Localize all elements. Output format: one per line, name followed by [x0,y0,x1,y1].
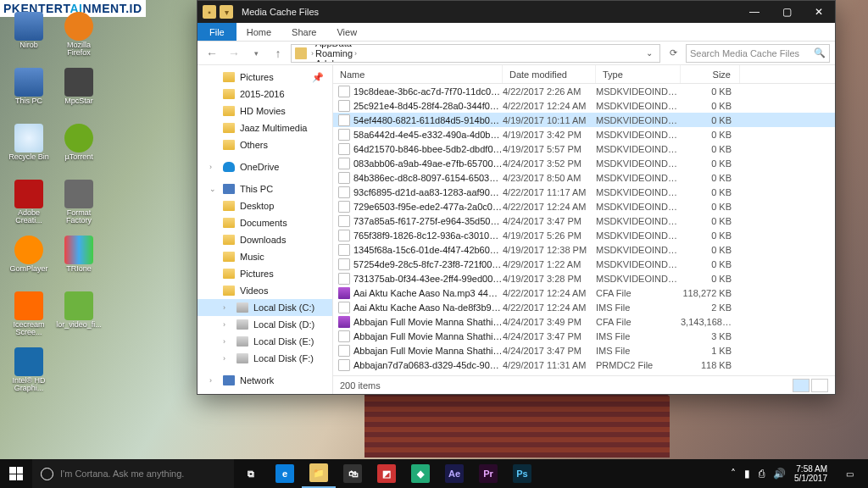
breadcrumb[interactable]: Roaming › [315,48,397,58]
nav-item[interactable]: ›Local Disk (D:) [198,316,332,333]
file-row[interactable]: 083abb06-a9ab-49ae-e7fb-657000000024... … [333,156,835,170]
quick-access-item[interactable]: Others [198,136,332,153]
nav-item[interactable]: Desktop [198,197,332,214]
file-row[interactable]: 731375ab-0f34-43ee-2ff4-99ed00000024... … [333,271,835,286]
quick-access-item[interactable]: Pictures📌 [198,69,332,86]
file-row[interactable]: Abbajan7d7a0683-d329-45dc-9047-7d3a... 4… [333,358,835,372]
address-bar[interactable]: › Users › Nirob › AppData › Roaming › Ad… [291,44,660,63]
file-row[interactable]: 1345f68a-15c6-01de-4f47-42b600000024... … [333,242,835,257]
network-item[interactable]: ›Network [198,372,332,389]
file-row[interactable]: 93cf6895-d21d-aa83-1283-aaf900000024... … [333,185,835,199]
home-tab[interactable]: Home [236,23,281,41]
view-details-button[interactable] [793,379,810,392]
desktop-icon-firefox[interactable]: Mozilla Firefox [55,12,103,66]
action-center-button[interactable]: ▭ [836,459,863,488]
taskbar-ae[interactable]: Ae [437,459,471,488]
view-large-button[interactable] [811,379,828,392]
taskbar-app2[interactable]: ◆ [403,459,437,488]
file-row[interactable]: 765f38f9-1826-8c12-936a-c30100000024... … [333,228,835,242]
desktop-icon-utorrent[interactable]: µTorrent [55,124,103,178]
desktop-icon-gom[interactable]: GomPlayer [5,236,53,290]
recent-dropdown[interactable]: ▾ [247,44,265,63]
desktop-icon-nirob[interactable]: Nirob [5,12,53,66]
desktop-icon-trio[interactable]: TRIone [55,236,103,290]
drive-icon [236,336,248,347]
nav-item[interactable]: Music [198,248,332,265]
column-headers[interactable]: Name Date modified Type Size [333,65,835,84]
file-tab[interactable]: File [198,23,236,41]
cortana-search[interactable]: I'm Cortana. Ask me anything. [32,459,234,488]
taskbar-task-view[interactable]: ⧉ [234,459,268,488]
file-row[interactable]: 58a6442d-4e45-e332-490a-4d0b00000024... … [333,127,835,141]
addr-dropdown-icon[interactable]: ⌄ [643,48,656,58]
navigation-pane[interactable]: Pictures📌2015-2016HD MoviesJaaz Multimed… [198,65,333,394]
file-row[interactable]: 64d21570-b846-bbee-5db2-dbdf00000024... … [333,141,835,156]
desktop-icon-this-pc[interactable]: This PC [5,68,53,122]
nav-item[interactable]: Videos [198,282,332,299]
desktop-icon-recycle-bin[interactable]: Recycle Bin [5,124,53,178]
file-row[interactable]: Abbajan Full Movie Manna Shathi Kazi ...… [333,314,835,329]
titlebar[interactable]: ▪ ▾ Media Cache Files — ▢ ✕ [198,1,835,23]
close-button[interactable]: ✕ [803,1,835,23]
onedrive-item[interactable]: ›OneDrive [198,158,332,175]
qat-icon[interactable]: ▾ [220,5,233,19]
taskbar-explorer[interactable]: 📁 [302,459,336,488]
taskbar[interactable]: I'm Cortana. Ask me anything. ⧉ e 📁 🛍 ◩ … [0,459,868,488]
volume-icon[interactable]: 🔊 [773,468,786,480]
desktop-icon-adobe-cc[interactable]: Adobe Creati... [5,180,53,234]
taskbar-edge[interactable]: e [268,459,302,488]
nav-item[interactable]: ›Local Disk (C:) [198,299,332,316]
file-row[interactable]: 57254de9-28c5-8fc7-23f8-721f00000024... … [333,257,835,271]
taskbar-pr[interactable]: Pr [471,459,505,488]
quick-access-item[interactable]: HD Movies [198,103,332,119]
desktop-icon-mpc[interactable]: MpcStar [55,68,103,122]
file-row[interactable]: 25c921e4-8d45-28f4-28a0-344f00000024... … [333,98,835,113]
quick-access-item[interactable]: Jaaz Multimedia [198,119,332,136]
file-row[interactable]: Abbajan Full Movie Manna Shathi Kazi ...… [333,329,835,343]
taskbar-app1[interactable]: ◩ [370,459,403,488]
refresh-button[interactable]: ⟳ [664,44,682,63]
nav-item[interactable]: ›Local Disk (F:) [198,350,332,367]
col-name[interactable]: Name [333,65,503,83]
col-type[interactable]: Type [596,65,681,83]
desktop-icon-format-factory[interactable]: Format Factory [55,180,103,234]
nav-item[interactable]: Pictures [198,265,332,282]
battery-icon[interactable]: ▮ [744,468,750,480]
file-row[interactable]: 19c8deae-3b6c-ac7d-7f70-11dc0000002c... … [333,84,835,98]
file-row[interactable]: Aai Aktu Kache Aaso Na-de8f3b92-5ec2-...… [333,300,835,314]
view-tab[interactable]: View [326,23,367,41]
file-row[interactable]: Abbajan Full Movie Manna Shathi Kazi ...… [333,343,835,358]
quick-access-item[interactable]: 2015-2016 [198,86,332,103]
desktop-icon-screen-rec[interactable]: Icecream Scree... [5,291,53,346]
nav-item[interactable]: Documents [198,214,332,231]
tray-chevron-icon[interactable]: ˄ [731,468,736,480]
back-button[interactable]: ← [203,44,221,63]
file-list[interactable]: 19c8deae-3b6c-ac7d-7f70-11dc0000002c... … [333,84,835,375]
start-button[interactable] [0,459,32,488]
share-tab[interactable]: Share [281,23,326,41]
forward-button[interactable]: → [225,44,243,63]
ps-icon: Ps [513,464,531,483]
network-icon[interactable]: ⎙ [759,468,765,480]
file-row[interactable]: 54ef4480-6821-611d84d5-914b00000024... 4… [333,113,835,127]
clock[interactable]: 7:58 AM 5/1/2017 [794,464,827,484]
file-row[interactable]: 84b386ec-d8c8-8097-6154-650300000024... … [333,170,835,185]
up-button[interactable]: ↑ [269,44,287,63]
file-row[interactable]: 729e6503-f95e-ede2-477a-2a0c00000024... … [333,199,835,214]
search-box[interactable]: Search Media Cache Files 🔍 [686,44,830,63]
nav-item[interactable]: Downloads [198,231,332,248]
desktop-icon-webm[interactable]: lor_video_fi... [55,291,103,346]
breadcrumb[interactable]: Adobe › [315,58,397,63]
desktop-icon-intel-hd[interactable]: Intel® HD Graphi... [5,347,53,402]
maximize-button[interactable]: ▢ [771,1,803,23]
col-size[interactable]: Size [681,65,740,83]
minimize-button[interactable]: — [738,1,771,23]
col-date[interactable]: Date modified [503,65,596,83]
system-tray[interactable]: ˄ ▮ ⎙ 🔊 7:58 AM 5/1/2017 ▭ [731,459,868,488]
file-row[interactable]: 737a85a5-f617-275f-e964-35d500000024... … [333,214,835,228]
taskbar-ps[interactable]: Ps [505,459,539,488]
this-pc-item[interactable]: ⌄This PC [198,180,332,197]
taskbar-store[interactable]: 🛍 [336,459,370,488]
nav-item[interactable]: ›Local Disk (E:) [198,333,332,350]
file-row[interactable]: Aai Aktu Kache Aaso Na.mp3 44100.cfa 4/2… [333,286,835,300]
